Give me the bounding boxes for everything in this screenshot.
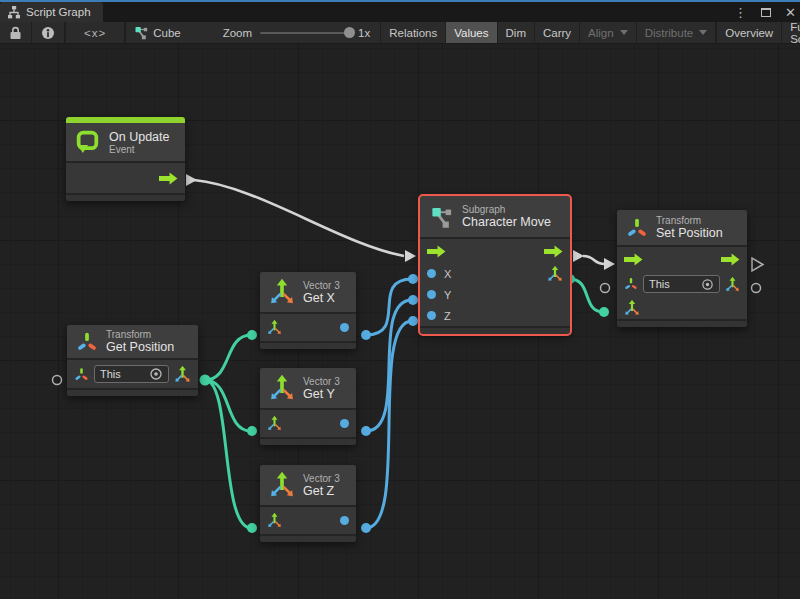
transform-input-port[interactable] — [74, 367, 89, 382]
node-footer — [260, 437, 356, 445]
object-picker-icon[interactable] — [701, 278, 714, 291]
vector3-output-port[interactable] — [725, 277, 740, 292]
on-update-icon — [75, 129, 101, 155]
vector3-icon — [269, 375, 295, 401]
transform-icon — [76, 331, 98, 353]
unconnected-port-getposition-this[interactable] — [53, 376, 62, 385]
node-title: Get Y — [303, 387, 340, 401]
node-set-position[interactable]: Transform Set Position This — [617, 210, 747, 327]
code-view-label: <x> — [84, 27, 106, 39]
node-type-label: Transform — [656, 215, 723, 226]
lock-icon — [9, 26, 22, 40]
input-port-z[interactable] — [427, 311, 436, 320]
node-subtitle: Event — [109, 144, 169, 155]
window-menu-button[interactable]: ⋮ — [734, 6, 747, 19]
wire-charactermove-to-setposition-value[interactable] — [570, 279, 603, 312]
vector3-icon — [269, 472, 295, 498]
zoom-slider[interactable] — [260, 32, 350, 34]
node-type-label: Vector 3 — [303, 280, 340, 291]
tab-label: Script Graph — [26, 6, 91, 18]
toolbar-button-relations[interactable]: Relations — [381, 22, 446, 43]
unconnected-port-setposition-flow-out[interactable] — [752, 258, 763, 271]
script-graph-window: Script Graph ⋮ ✕ <x> Cube Zoom 1x — [0, 0, 800, 599]
port-label-x: X — [444, 268, 451, 280]
wire-endpoint — [361, 330, 371, 340]
object-picker-icon[interactable] — [149, 367, 163, 381]
inspect-button[interactable] — [32, 22, 65, 43]
node-on-update[interactable]: On Update Event — [66, 117, 185, 201]
vector3-output-port[interactable] — [547, 266, 563, 282]
wire-endpoint — [247, 426, 257, 436]
node-get-y[interactable]: Vector 3 Get Y — [260, 368, 356, 445]
lock-button[interactable] — [0, 22, 32, 43]
this-object-field[interactable]: This — [643, 275, 720, 293]
graph-toolbar: <x> Cube Zoom 1x Relations Values Dim Ca… — [0, 22, 800, 44]
wire-getx-to-x[interactable] — [366, 279, 412, 335]
wire-onupdate-to-charactermove[interactable] — [194, 180, 404, 256]
graph-icon — [134, 25, 149, 40]
node-character-move[interactable]: Subgraph Character Move X — [420, 196, 570, 334]
graph-breadcrumb[interactable]: Cube — [126, 22, 189, 43]
node-title: Get X — [303, 291, 340, 305]
this-object-field[interactable]: This — [94, 365, 169, 383]
vector3-icon — [269, 279, 295, 305]
toolbar-button-distribute[interactable]: Distribute — [637, 22, 717, 43]
flow-input-port[interactable] — [427, 245, 446, 258]
float-output-port[interactable] — [340, 516, 349, 525]
script-graph-icon — [7, 5, 21, 19]
node-get-x[interactable]: Vector 3 Get X — [260, 272, 356, 349]
this-field-value: This — [649, 278, 697, 290]
wire-endpoint — [247, 330, 257, 340]
unconnected-port-setposition-value-out[interactable] — [752, 284, 761, 293]
wire-getposition-to-gety[interactable] — [205, 380, 251, 431]
toolbar-button-dim[interactable]: Dim — [498, 22, 535, 43]
wire-endpoint — [408, 274, 418, 284]
flow-output-port[interactable] — [159, 172, 178, 185]
graph-name: Cube — [153, 27, 181, 39]
toolbar-button-fullscreen[interactable]: Full Screen — [782, 22, 800, 43]
node-type-label: Subgraph — [462, 204, 551, 215]
toolbar-button-align[interactable]: Align — [580, 22, 637, 43]
wire-arrowhead — [186, 174, 197, 186]
tab-bar: Script Graph ⋮ ✕ — [0, 2, 800, 22]
vector3-output-port[interactable] — [174, 366, 191, 383]
unconnected-port-setposition-this[interactable] — [601, 284, 610, 293]
maximize-button[interactable] — [761, 8, 771, 17]
wire-charactermove-to-setposition[interactable] — [583, 256, 605, 264]
tab-script-graph[interactable]: Script Graph — [0, 2, 103, 22]
wire-arrowhead — [604, 258, 615, 270]
input-port-x[interactable] — [427, 269, 436, 278]
input-port-y[interactable] — [427, 290, 436, 299]
float-output-port[interactable] — [340, 323, 349, 332]
vector3-input-port[interactable] — [624, 300, 640, 316]
wire-arrowhead — [573, 250, 584, 262]
node-get-z[interactable]: Vector 3 Get Z — [260, 465, 356, 542]
port-label-y: Y — [444, 289, 451, 301]
wire-endpoint — [247, 523, 257, 533]
wire-endpoint — [599, 307, 609, 317]
close-button[interactable]: ✕ — [785, 6, 796, 19]
toolbar-button-carry[interactable]: Carry — [535, 22, 580, 43]
node-title: Get Z — [303, 484, 340, 498]
wire-getposition-to-getx[interactable] — [205, 335, 251, 380]
info-icon — [41, 26, 55, 40]
float-output-port[interactable] — [340, 419, 349, 428]
wire-endpoint — [361, 523, 371, 533]
node-type-label: Vector 3 — [303, 473, 340, 484]
transform-input-port[interactable] — [624, 277, 638, 291]
this-field-value: This — [100, 368, 145, 380]
vector3-input-port[interactable] — [267, 416, 282, 431]
flow-input-port[interactable] — [624, 253, 643, 266]
flow-output-port[interactable] — [721, 253, 740, 266]
toolbar-button-overview[interactable]: Overview — [716, 22, 782, 43]
node-get-position[interactable]: Transform Get Position This — [67, 325, 198, 396]
graph-canvas[interactable]: On Update Event Transform Get Position — [0, 44, 800, 599]
vector3-input-port[interactable] — [267, 513, 282, 528]
node-footer — [617, 319, 747, 327]
code-view-button[interactable]: <x> — [66, 22, 125, 43]
flow-output-port[interactable] — [544, 245, 563, 258]
vector3-input-port[interactable] — [267, 320, 282, 335]
toolbar-button-values[interactable]: Values — [446, 22, 497, 43]
zoom-slider-handle[interactable] — [344, 27, 355, 38]
node-type-label: Transform — [106, 329, 174, 340]
